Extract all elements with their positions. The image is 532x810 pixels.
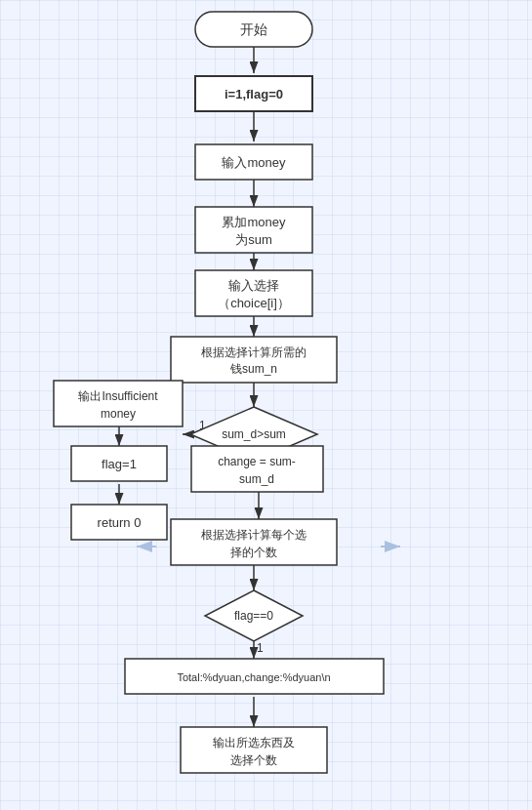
calc-count-line2: 择的个数 bbox=[230, 546, 277, 559]
calc-sumn-line2: 钱sum_n bbox=[229, 362, 277, 376]
input-choice-line2: （choice[i]） bbox=[218, 296, 290, 310]
diamond-flag-label: flag==0 bbox=[234, 609, 273, 623]
change-calc-line2: sum_d bbox=[239, 472, 274, 486]
start-label: 开始 bbox=[240, 21, 267, 37]
change-calc-line1: change = sum- bbox=[218, 455, 296, 468]
label-1b: 1 bbox=[257, 641, 264, 655]
output-items-line1: 输出所选东西及 bbox=[213, 736, 295, 749]
accum-money-line2: 为sum bbox=[235, 232, 272, 247]
return0-label: return 0 bbox=[98, 515, 142, 530]
diamond-sumd-label: sum_d>sum bbox=[222, 427, 286, 441]
flowchart: 1 0 1 开始 i=1,flag=0 输入money 累加money bbox=[0, 0, 532, 810]
flag1-label: flag=1 bbox=[102, 457, 137, 471]
input-choice-line1: 输入选择 bbox=[228, 278, 279, 293]
output-items-line2: 选择个数 bbox=[230, 753, 277, 767]
output-insuf-line1: 输出Insufficient bbox=[78, 389, 158, 403]
calc-count-line1: 根据选择计算每个选 bbox=[201, 528, 307, 542]
accum-money-line1: 累加money bbox=[222, 215, 286, 229]
init-label: i=1,flag=0 bbox=[225, 87, 283, 101]
calc-sumn-line1: 根据选择计算所需的 bbox=[201, 345, 307, 359]
output-total-label: Total:%dyuan,change:%dyuan\n bbox=[177, 671, 330, 683]
input-money-label: 输入money bbox=[222, 155, 286, 170]
output-insuf-line2: money bbox=[101, 407, 136, 421]
